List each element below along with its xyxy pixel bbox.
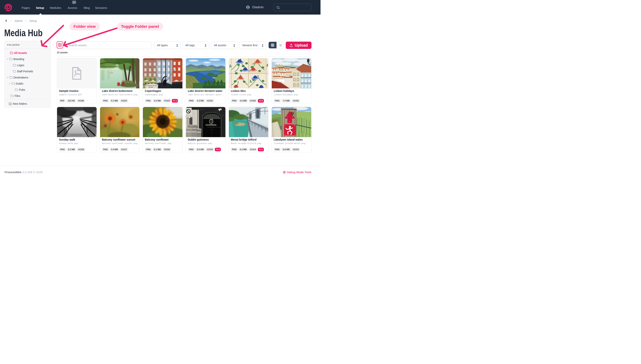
svg-text:The Fleming Tide, Abbey Street: The Fleming Tide, Abbey Street, Dublin [207, 126, 220, 128]
svg-text:Crash: Crash [187, 116, 189, 116]
svg-text:SA 98: SA 98 [149, 86, 153, 88]
svg-text:GUINNESS: GUINNESS [206, 124, 217, 126]
svg-text:END: END [187, 117, 189, 118]
